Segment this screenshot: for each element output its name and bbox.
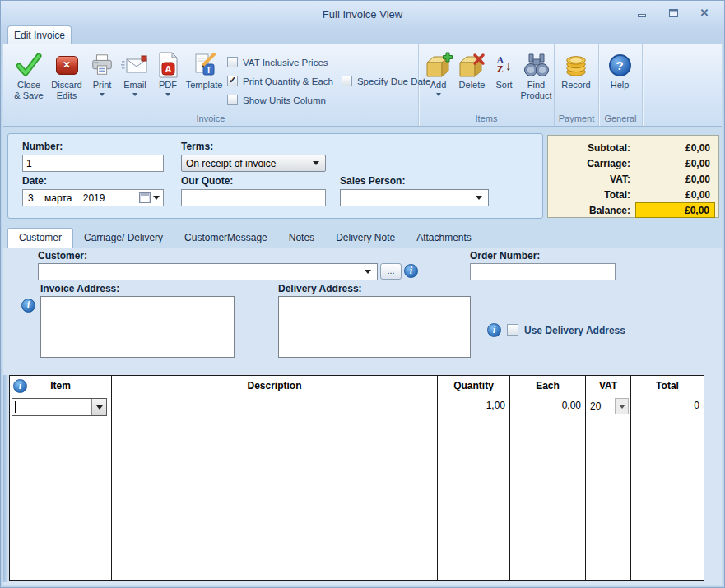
our-quote-input[interactable] [181,189,326,206]
invoice-options: ✓ VAT Inclusive Prices ✓ Print Quantity … [227,44,421,109]
maximize-button[interactable] [667,7,680,19]
total-row: Total: £0,00 [548,187,718,202]
vat-cell[interactable]: 20 [586,396,631,580]
pdf-button[interactable]: A PDF [151,50,184,101]
box-delete-icon [454,50,490,80]
template-page-pencil-icon: T [184,50,224,80]
close-button[interactable]: ✕ [698,7,711,19]
help-button[interactable]: ? Help [601,50,639,90]
tab-delivery-note[interactable]: Delivery Note [325,228,406,248]
order-number-input[interactable] [470,263,616,280]
carriage-row: Carriage: £0,00 [548,155,718,171]
item-dropdown-button[interactable] [91,399,106,415]
record-payment-button[interactable]: Record [556,50,596,90]
group-label-items: Items [419,113,554,123]
group-label-invoice: Invoice [3,113,418,123]
email-dropdown-arrow-icon[interactable] [132,93,137,96]
add-item-button[interactable]: Add [422,50,454,101]
svg-text:A: A [165,64,172,74]
number-label: Number: [22,141,63,152]
print-button[interactable]: Print [86,50,119,101]
terms-value: On receipt of invoice [186,158,276,169]
calendar-dropdown-button[interactable] [139,192,163,203]
vat-inclusive-checkbox[interactable]: ✓ VAT Inclusive Prices [227,57,328,67]
totals-panel: Subtotal: £0,00 Carriage: £0,00 VAT: £0,… [547,135,719,218]
ribbon-group-invoice: Close & Save ✕ Discard Edits [3,44,419,126]
ribbon-spacer [643,44,722,126]
column-header-quantity: Quantity [438,376,510,396]
vat-value: £0,00 [630,174,718,185]
item-combo-input[interactable] [12,398,107,416]
ribbon-group-general: ? Help General [599,44,643,126]
delete-item-button[interactable]: Delete [454,50,490,101]
column-header-item: i Item [10,376,112,396]
envelope-icon [119,50,151,80]
titlebar: Full Invoice View ✕ [1,1,724,44]
ribbon-group-payment: Record Payment [555,44,599,126]
show-units-column-checkbox[interactable]: ✓ Show Units Column [227,95,326,105]
sort-items-button[interactable]: A Z ↓ Sort [490,50,518,101]
tab-carriage-delivery[interactable]: Carriage/ Delivery [73,228,174,248]
full-invoice-window: Full Invoice View ✕ Edit Invoice Close &… [0,0,725,588]
each-cell[interactable]: 0,00 [510,396,586,580]
minimize-button[interactable] [635,7,648,19]
green-check-icon [10,50,48,80]
window-controls: ✕ [635,7,711,19]
print-quantity-each-checkbox[interactable]: ✓ Print Quantity & Each [227,76,333,86]
group-label-payment: Payment [555,113,598,123]
customer-browse-button[interactable]: ... [380,263,402,280]
red-x-icon: ✕ [48,50,86,80]
our-quote-label: Our Quote: [181,175,233,187]
invoice-address-info-icon[interactable]: i [21,299,35,313]
vat-dropdown-button[interactable] [615,398,629,414]
sales-person-select[interactable] [340,189,489,206]
add-dropdown-arrow-icon[interactable] [436,93,441,96]
printer-icon [86,50,119,80]
terms-select[interactable]: On receipt of invoice [181,155,326,172]
customer-select[interactable] [38,263,378,280]
calendar-icon [139,192,151,203]
tab-attachments[interactable]: Attachments [406,228,482,248]
description-cell[interactable] [112,396,438,580]
discard-edits-button[interactable]: ✕ Discard Edits [48,50,86,101]
use-delivery-checkbox[interactable] [507,324,518,336]
use-delivery-info-icon[interactable]: i [487,323,501,337]
vat-dropdown-arrow-icon [619,405,625,409]
date-picker[interactable]: 3 марта 2019 [22,189,164,206]
quantity-cell[interactable]: 1,00 [438,396,510,580]
carriage-label: Carriage: [548,158,630,169]
find-product-button[interactable]: Find Product [518,50,554,101]
delivery-address-label: Delivery Address: [278,283,362,294]
sort-az-icon: A Z ↓ [490,50,518,80]
grid-left-gutter [3,375,9,582]
checkbox-icon: ✓ [227,95,238,105]
coins-icon [556,50,596,80]
email-button[interactable]: Email [119,50,151,101]
item-cell [10,396,112,580]
item-info-icon[interactable]: i [13,379,27,393]
column-header-total: Total [631,376,704,396]
tab-customer[interactable]: Customer [7,228,73,248]
template-button[interactable]: T Template [184,50,224,101]
use-delivery-label[interactable]: Use Delivery Address [524,325,625,336]
invoice-number-input[interactable] [22,155,164,172]
column-header-description: Description [112,376,438,396]
column-header-vat: VAT [586,376,631,396]
ribbon-group-items: Add Delete [419,44,555,126]
close-icon: ✕ [700,7,709,19]
customer-info-icon[interactable]: i [404,264,418,278]
terms-dropdown-arrow-icon [313,161,319,165]
tab-edit-invoice[interactable]: Edit Invoice [7,25,72,44]
print-dropdown-arrow-icon[interactable] [100,93,105,96]
tab-notes[interactable]: Notes [278,228,325,248]
pdf-dropdown-arrow-icon[interactable] [165,93,170,96]
tab-customer-message[interactable]: CustomerMessage [174,228,278,248]
close-save-button[interactable]: Close & Save [10,50,48,101]
delivery-address-textarea[interactable] [278,296,471,358]
invoice-address-label: Invoice Address: [40,283,119,294]
line-total-value: 0 [694,400,699,411]
specify-due-date-checkbox[interactable]: ✓ Specify Due Date [342,76,431,86]
invoice-address-textarea[interactable] [40,296,235,358]
balance-label: Balance: [548,205,630,216]
pdf-file-icon: A [151,50,184,80]
